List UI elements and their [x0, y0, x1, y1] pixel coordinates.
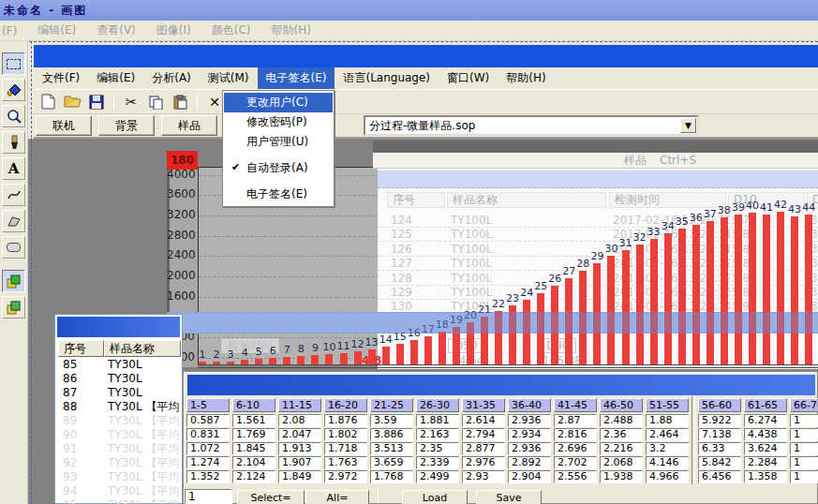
- save-icon[interactable]: [86, 93, 107, 111]
- dist-cell[interactable]: 7.138: [698, 428, 741, 441]
- dist-cell[interactable]: 3.513: [370, 442, 413, 455]
- dist-cell[interactable]: 1.881: [416, 414, 459, 427]
- dist-cell[interactable]: 2.614: [462, 414, 505, 427]
- sample-row-id[interactable]: 95: [63, 498, 102, 504]
- dist-cell[interactable]: 2.696: [554, 442, 597, 455]
- sop-combobox[interactable]: 分过程-微量样品.sop ▼: [364, 115, 699, 136]
- ghost-menu-item[interactable]: 样品: [624, 153, 647, 169]
- curve-tool[interactable]: [2, 184, 25, 206]
- sample-row-id[interactable]: 93: [63, 470, 102, 484]
- dist-cell[interactable]: 2.499: [416, 470, 459, 483]
- dist-cell[interactable]: 2.068: [600, 456, 643, 469]
- dist-cell[interactable]: 3.624: [744, 442, 787, 455]
- dist-cell[interactable]: 1.718: [324, 442, 367, 455]
- paint-menu-item-0[interactable]: (F): [2, 24, 17, 37]
- app-menu-item-5[interactable]: 语言(Language): [335, 67, 439, 89]
- dist-cell[interactable]: 2.284: [744, 456, 787, 469]
- dist-column-header[interactable]: 6-10: [232, 398, 275, 412]
- dist-cell[interactable]: 2.892: [508, 456, 551, 469]
- sample-row-id[interactable]: 85: [63, 358, 102, 372]
- dist-cell[interactable]: 2.93: [462, 470, 505, 483]
- select-button[interactable]: Select=: [237, 490, 305, 504]
- dropdown-item-0[interactable]: 更改用户(C): [224, 93, 333, 112]
- samples-column-header[interactable]: 样品名称: [104, 340, 181, 357]
- paint-menu-item-1[interactable]: 编辑(E): [37, 22, 76, 38]
- dist-cell[interactable]: 1.352: [186, 470, 230, 483]
- brush-tool[interactable]: [2, 131, 25, 154]
- dist-cell[interactable]: 2.339: [416, 456, 459, 469]
- dist-cell[interactable]: 3.659: [370, 456, 413, 469]
- sample-row-name[interactable]: TY30L: [108, 386, 181, 400]
- dist-cell[interactable]: 6.274: [744, 414, 787, 427]
- all-button[interactable]: All=: [305, 490, 369, 504]
- dist-cell[interactable]: 1.88: [646, 414, 689, 427]
- dist-cell[interactable]: 6.33: [698, 442, 741, 455]
- toolbar-button-1[interactable]: 背景: [98, 115, 155, 136]
- save-button[interactable]: Save: [476, 490, 542, 504]
- app-menu-item-0[interactable]: 文件(F): [34, 67, 88, 89]
- cut-icon[interactable]: ✂: [121, 93, 141, 111]
- dropdown-item-3[interactable]: ✔自动登录(A): [224, 158, 333, 178]
- dist-cell[interactable]: 1.072: [186, 442, 230, 455]
- dist-cell[interactable]: 2.464: [646, 428, 689, 441]
- sample-row-name[interactable]: TY30L 【平均】: [108, 414, 181, 428]
- dist-cell[interactable]: 2.936: [508, 414, 551, 427]
- dist-cell[interactable]: 2.816: [554, 428, 597, 441]
- dist-cell[interactable]: 3.59: [370, 414, 413, 427]
- samples-column-header[interactable]: 序号: [58, 340, 104, 357]
- dist-cell[interactable]: 1.913: [278, 442, 321, 455]
- dropdown-item-4[interactable]: 电子签名(E): [224, 185, 333, 204]
- dist-cell[interactable]: 5.842: [698, 456, 741, 469]
- polygon-tool[interactable]: [2, 210, 25, 232]
- dist-cell[interactable]: 2.36: [600, 428, 643, 441]
- dist-cell[interactable]: 2.976: [462, 456, 505, 469]
- app-menu-item-6[interactable]: 窗口(W): [439, 67, 498, 89]
- app-menu-item-2[interactable]: 分析(A): [143, 67, 200, 89]
- dist-cell[interactable]: 5.922: [698, 414, 741, 427]
- rounded-rectangle-tool[interactable]: [2, 236, 25, 259]
- combo-dropdown-arrow[interactable]: ▼: [680, 118, 696, 133]
- dist-cell[interactable]: 4.146: [646, 456, 689, 469]
- dist-cell[interactable]: 1.768: [370, 470, 413, 483]
- dist-column-header[interactable]: 31-35: [462, 398, 505, 412]
- sample-row-name[interactable]: TY30L 【平均】: [108, 470, 181, 484]
- dist-cell[interactable]: 2.972: [324, 470, 367, 483]
- dist-cell[interactable]: 1.769: [232, 428, 275, 441]
- dist-column-header[interactable]: 1-5: [186, 398, 230, 412]
- open-folder-icon[interactable]: [62, 93, 82, 111]
- paint-menu-item-4[interactable]: 颜色(C): [212, 22, 251, 38]
- samples-window-title-bar[interactable]: [57, 317, 180, 337]
- paint-menu-item-5[interactable]: 帮助(H): [271, 22, 310, 38]
- text-tool[interactable]: A: [2, 157, 25, 180]
- dist-cell[interactable]: 1.358: [744, 470, 787, 483]
- dist-cell[interactable]: 2.556: [554, 470, 597, 483]
- dropdown-item-2[interactable]: 用户管理(U): [224, 132, 333, 152]
- toolbar-button-0[interactable]: 联机: [36, 115, 92, 136]
- sample-row-name[interactable]: TY30L 【平均】: [108, 456, 181, 470]
- dist-cell[interactable]: 1.561: [232, 414, 275, 427]
- sample-row-id[interactable]: 86: [63, 372, 102, 386]
- dist-cell[interactable]: 2.488: [600, 414, 643, 427]
- dist-cell[interactable]: 1.849: [278, 470, 321, 483]
- dropdown-item-1[interactable]: 修改密码(P): [224, 112, 333, 132]
- dist-cell[interactable]: 1.907: [278, 456, 321, 469]
- dist-column-header[interactable]: 66-70: [790, 398, 818, 412]
- dist-column-header[interactable]: 21-25: [370, 398, 413, 412]
- sample-row-name[interactable]: TY30L 【平均】: [108, 428, 181, 442]
- sample-row-name[interactable]: TY30L 【平均】: [108, 498, 181, 504]
- app-menu-item-3[interactable]: 测试(M): [200, 67, 258, 89]
- dist-cell[interactable]: 2.794: [462, 428, 505, 441]
- sample-row-name[interactable]: TY30L 【平均】: [108, 484, 181, 498]
- fill-bucket-tool[interactable]: [2, 79, 25, 101]
- dist-column-header[interactable]: 16-20: [324, 398, 367, 412]
- dist-cell[interactable]: 1.802: [324, 428, 367, 441]
- sample-row-name[interactable]: TY30L 【平均】: [108, 442, 181, 456]
- dist-cell[interactable]: 1: [790, 470, 818, 483]
- sample-row-id[interactable]: 90: [63, 428, 102, 442]
- sample-row-id[interactable]: 91: [63, 442, 102, 456]
- dist-cell[interactable]: 2.904: [508, 470, 551, 483]
- app-menu-esignature-active[interactable]: 电子签名(E): [258, 67, 335, 89]
- dist-cell[interactable]: 1.763: [324, 456, 367, 469]
- dist-cell[interactable]: 1.876: [324, 414, 367, 427]
- select-rectangle-tool[interactable]: [2, 52, 25, 75]
